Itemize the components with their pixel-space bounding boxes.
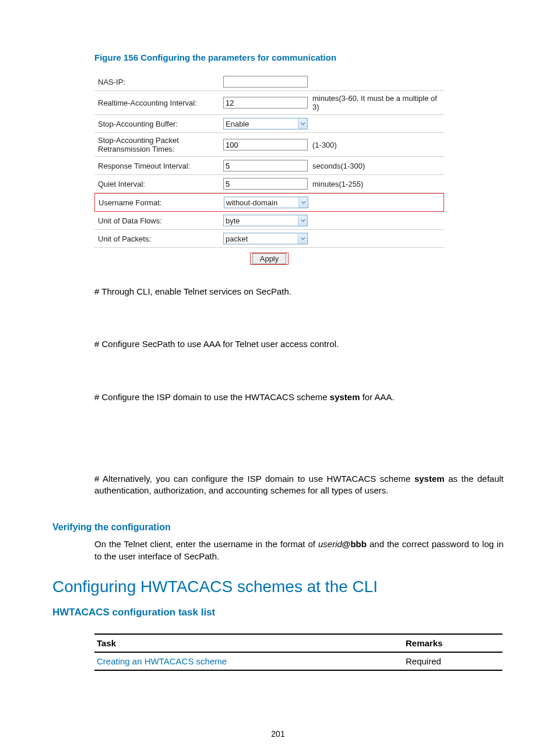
para3-post: for AAA. [360,392,395,402]
chevron-down-icon [298,215,307,226]
config-form: NAS-IP:Realtime-Accounting Interval:minu… [94,73,444,265]
select-value: packet [226,235,248,243]
text-input[interactable] [223,178,308,190]
figure-caption: Figure 156 Configuring the parameters fo… [94,52,504,62]
field-label: Unit of Packets: [98,235,223,243]
field-label: Quiet Interval: [98,180,223,188]
chevron-down-icon [298,233,307,244]
para3-bold: system [330,392,360,402]
verify-paragraph: On the Telnet client, enter the username… [94,538,504,562]
field-label: NAS-IP: [98,78,223,86]
form-row: NAS-IP: [94,73,444,91]
field-hint: (1-300) [312,141,444,149]
heading-verify: Verifying the configuration [52,522,504,533]
form-row: Unit of Data Flows:byte [94,212,444,230]
verify-bold: @bbb [342,539,367,549]
paragraph-2: # Configure SecPath to use AAA for Telne… [94,338,504,350]
task-link[interactable]: Creating an HWTACACS scheme [97,656,227,666]
verify-pre: On the Telnet client, enter the username… [94,539,318,549]
field-hint: seconds(1-300) [312,162,444,170]
field-label: Unit of Data Flows: [98,216,223,225]
th-task: Task [94,634,403,652]
text-input[interactable] [223,160,308,172]
apply-row: Apply [94,248,444,265]
select-input[interactable]: packet [223,233,308,244]
td-remarks: Required [403,652,502,670]
form-row: Stop-Accounting Packet Retransmission Ti… [94,133,444,157]
heading-tasklist: HWTACACS configuration task list [52,607,504,618]
field-label: Realtime-Accounting Interval: [98,99,223,107]
form-row: Quiet Interval:minutes(1-255) [94,175,444,193]
field-hint: minutes(3-60, It must be a multiple of 3… [312,94,444,111]
paragraph-1: # Through CLI, enable Telnet services on… [94,286,504,298]
page-number: 201 [0,729,556,738]
select-value: byte [226,216,240,225]
text-input[interactable] [223,97,308,108]
apply-button-highlight: Apply [250,253,289,265]
form-row: Stop-Accounting Buffer:Enable [94,115,444,133]
task-table: Task Remarks Creating an HWTACACS scheme… [94,634,502,671]
field-label: Stop-Accounting Buffer: [98,120,223,128]
text-input[interactable] [223,139,308,150]
select-input[interactable]: without-domain [224,197,308,208]
table-row: Creating an HWTACACS scheme Required [94,652,502,670]
select-value: without-domain [226,198,277,207]
table-header-row: Task Remarks [94,634,502,652]
chevron-down-icon [298,197,308,208]
select-input[interactable]: Enable [223,118,308,130]
form-row: Username Format:without-domain [94,193,444,212]
form-row: Response Timeout Interval:seconds(1-300) [94,157,444,175]
field-label: Stop-Accounting Packet Retransmission Ti… [98,136,223,153]
field-hint: minutes(1-255) [312,180,444,188]
heading-cli: Configuring HWTACACS schemes at the CLI [52,578,504,596]
text-input[interactable] [223,76,308,88]
para4-bold: system [414,474,445,484]
chevron-down-icon [298,118,307,129]
apply-button[interactable]: Apply [252,253,287,264]
paragraph-3: # Configure the ISP domain to use the HW… [94,391,504,403]
field-label: Response Timeout Interval: [98,162,223,170]
para4-pre: # Alternatively, you can configure the I… [94,474,414,484]
verify-italic: userid [318,539,342,549]
para3-pre: # Configure the ISP domain to use the HW… [94,392,330,402]
field-label: Username Format: [98,198,224,207]
form-row: Realtime-Accounting Interval:minutes(3-6… [94,91,444,115]
select-input[interactable]: byte [223,215,308,226]
form-row: Unit of Packets:packet [94,230,444,248]
th-remarks: Remarks [403,634,502,652]
select-value: Enable [226,120,249,128]
paragraph-4: # Alternatively, you can configure the I… [94,473,504,497]
